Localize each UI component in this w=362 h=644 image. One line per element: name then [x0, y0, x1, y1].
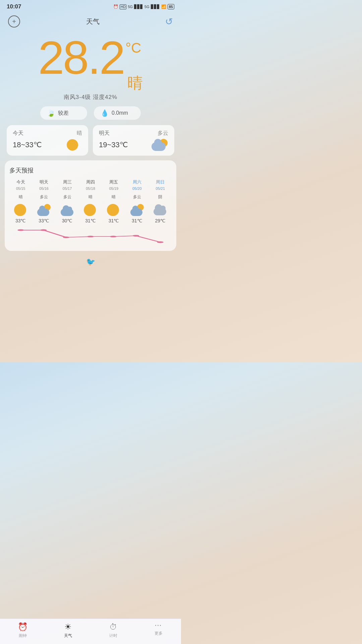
hd-icon: HD [120, 4, 126, 9]
temperature-display: 28.2 °C 晴 [7, 34, 174, 91]
forecast-col-6: 周日 05/21 阴 29℃ [149, 179, 172, 223]
refresh-icon: ↻ [165, 16, 173, 27]
forecast-col-2: 周三 05/17 多云 30℃ [56, 179, 78, 223]
forecast-cond-0: 晴 [19, 192, 23, 202]
today-label: 今天 [13, 130, 23, 137]
signal-bars-icon: ▊▊▊ [134, 4, 143, 9]
air-quality-badge: 🍃 较差 [40, 106, 87, 120]
signal-bars2-icon: ▊▊▊ [151, 4, 160, 9]
forecast-cond-6: 阴 [158, 192, 162, 202]
forecast-icon-4 [107, 204, 120, 216]
forecast-temp-4: 31℃ [109, 218, 119, 223]
tomorrow-card: 明天 多云 19~33℃ [93, 125, 174, 156]
signal-5g-icon: 5G [128, 5, 133, 9]
forecast-icon-0 [14, 204, 27, 216]
forecast-date-3: 05/18 [86, 186, 95, 191]
forecast-temp-2: 30℃ [62, 218, 73, 223]
forecast-cond-4: 晴 [112, 192, 116, 202]
battery-indicator: 85 [168, 4, 174, 9]
svg-point-0 [17, 229, 24, 231]
svg-point-4 [110, 236, 116, 237]
forecast-icon-5 [130, 204, 144, 216]
forecast-col-3: 周四 05/18 晴 31℃ [79, 179, 102, 223]
tomorrow-range: 19~33℃ [99, 141, 128, 149]
app-header: + 天气 ↻ [0, 12, 181, 31]
badges-row: 🍃 较差 💧 0.0mm [7, 106, 174, 120]
forecast-date-6: 05/21 [156, 186, 165, 191]
forecast-day-4: 周五 [109, 179, 118, 185]
forecast-date-4: 05/19 [109, 186, 119, 191]
tomorrow-label: 明天 [99, 130, 110, 137]
clock-status-icon: ⏰ [113, 4, 118, 9]
forecast-day-0: 今天 [16, 179, 25, 185]
forecast-icon-1 [37, 204, 51, 216]
bird-icon: 🐦 [86, 258, 95, 266]
today-card-header: 今天 晴 [13, 130, 82, 137]
rain-icon: 💧 [101, 109, 109, 117]
day-cards: 今天 晴 18~33℃ 明天 多云 19~33℃ [7, 125, 174, 156]
forecast-cond-3: 晴 [88, 192, 93, 202]
forecast-cond-5: 多云 [133, 192, 141, 202]
forecast-day-6: 周日 [156, 179, 165, 185]
status-icons: ⏰ HD 5G ▊▊▊ 5G ▊▊▊ 📶 85 [113, 4, 174, 9]
forecast-temp-3: 31℃ [85, 218, 96, 223]
signal-5g2-icon: 5G [144, 5, 149, 9]
today-range: 18~33℃ [13, 141, 42, 149]
forecast-icon-2 [61, 204, 74, 216]
svg-point-2 [63, 236, 69, 238]
forecast-col-1: 明天 05/16 多云 33℃ [33, 179, 55, 223]
forecast-date-0: 05/15 [16, 186, 25, 191]
forecast-day-5: 周六 [133, 179, 141, 185]
wifi-icon: 📶 [161, 4, 166, 9]
forecast-cond-1: 多云 [40, 192, 48, 202]
temperature-trend-chart [9, 226, 172, 246]
forecast-title: 多天预报 [9, 166, 172, 174]
forecast-col-4: 周五 05/19 晴 31℃ [103, 179, 125, 223]
forecast-temp-1: 33℃ [39, 218, 49, 223]
tomorrow-card-bottom: 19~33℃ [99, 139, 168, 151]
air-quality-text: 较差 [58, 110, 69, 117]
forecast-section: 多天预报 今天 05/15 晴 33℃ 明天 05/16 多云 33℃ [5, 160, 176, 251]
weather-details: 南风3-4级 湿度42% [7, 93, 174, 101]
today-condition: 晴 [77, 130, 82, 137]
refresh-button[interactable]: ↻ [165, 16, 173, 27]
forecast-day-3: 周四 [86, 179, 95, 185]
forecast-date-1: 05/16 [39, 186, 49, 191]
forecast-temp-5: 31℃ [132, 218, 142, 223]
forecast-date-5: 05/20 [132, 186, 142, 191]
forecast-icon-6 [154, 204, 167, 216]
precipitation-text: 0.0mm [112, 110, 128, 116]
leaf-icon: 🍃 [47, 109, 55, 117]
status-time: 10:07 [7, 3, 21, 10]
forecast-temp-6: 29℃ [155, 218, 166, 223]
today-weather-icon [67, 139, 82, 151]
main-temp-area: 28.2 °C 晴 南风3-4级 湿度42% [0, 31, 181, 101]
forecast-temp-0: 33℃ [15, 218, 26, 223]
tomorrow-condition: 多云 [158, 130, 168, 137]
forecast-day-1: 明天 [40, 179, 48, 185]
app-title: 天气 [86, 17, 100, 26]
bottom-decoration: 🐦 [0, 256, 181, 293]
today-card-bottom: 18~33℃ [13, 139, 82, 151]
tomorrow-card-header: 明天 多云 [99, 130, 168, 137]
forecast-grid: 今天 05/15 晴 33℃ 明天 05/16 多云 33℃ 周三 05/17 [9, 179, 172, 223]
svg-point-3 [87, 236, 94, 237]
forecast-col-0: 今天 05/15 晴 33℃ [9, 179, 32, 223]
add-location-button[interactable]: + [8, 15, 20, 28]
forecast-date-2: 05/17 [63, 186, 72, 191]
forecast-cond-2: 多云 [63, 192, 71, 202]
svg-point-5 [133, 235, 139, 236]
svg-point-1 [40, 229, 47, 231]
forecast-icon-3 [84, 204, 97, 216]
tomorrow-weather-icon [152, 139, 168, 151]
temperature-value: 28.2 [38, 34, 124, 81]
status-bar: 10:07 ⏰ HD 5G ▊▊▊ 5G ▊▊▊ 📶 85 [0, 0, 181, 12]
temperature-unit: °C [125, 41, 141, 55]
precipitation-badge: 💧 0.0mm [94, 106, 141, 120]
plus-icon: + [12, 18, 16, 25]
svg-point-6 [157, 241, 163, 243]
weather-condition: 晴 [127, 75, 143, 91]
forecast-col-5: 周六 05/20 多云 31℃ [126, 179, 148, 223]
forecast-day-2: 周三 [63, 179, 72, 185]
today-card: 今天 晴 18~33℃ [7, 125, 88, 156]
